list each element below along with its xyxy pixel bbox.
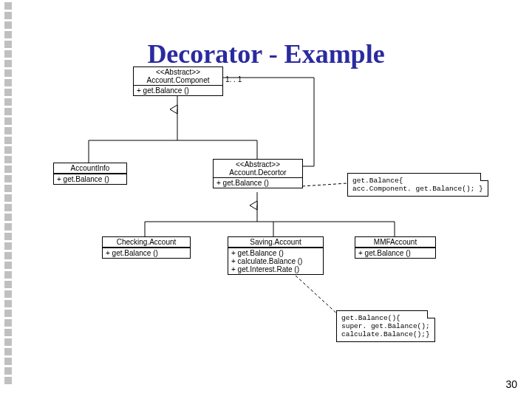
note-decorator-code: get.Balance{ acc.Component. get.Balance(… <box>347 173 488 197</box>
svg-line-14 <box>302 183 347 186</box>
class-name: MMFAccount <box>355 237 435 248</box>
op: + calculate.Balance () <box>231 257 320 265</box>
class-name: AccountInfo <box>54 163 126 174</box>
op: + get.Balance () <box>231 249 320 257</box>
class-ops: + get.Balance () <box>214 178 302 188</box>
multiplicity-label: 1. . 1 <box>225 75 242 83</box>
class-mmf-account: MMFAccount + get.Balance () <box>355 236 436 259</box>
class-name: Account.Decortor <box>216 168 299 177</box>
class-ops: + get.Balance () <box>134 86 222 95</box>
class-account-info: AccountInfo + get.Balance () <box>53 163 127 185</box>
uml-connectors <box>0 0 532 399</box>
op: + get.Interest.Rate () <box>231 265 320 273</box>
class-ops: + get.Balance () <box>355 248 435 258</box>
stereotype: <<Abstract>> <box>137 68 219 76</box>
class-account-component: <<Abstract>> Account.Componet + get.Bala… <box>133 66 223 96</box>
class-name: Saving.Account <box>228 237 323 248</box>
svg-line-15 <box>296 276 340 316</box>
class-name: Account.Componet <box>137 76 219 84</box>
class-ops: + get.Balance () <box>103 248 190 258</box>
class-ops: + get.Balance () <box>54 174 126 184</box>
class-account-decorator: <<Abstract>> Account.Decortor + get.Bala… <box>213 159 303 188</box>
class-checking-account: Checking.Account + get.Balance () <box>102 236 191 259</box>
note-saving-code: get.Balance(){ super. get.Balance(); cal… <box>336 310 435 342</box>
class-name: Checking.Account <box>103 237 190 248</box>
class-saving-account: Saving.Account + get.Balance () + calcul… <box>228 236 324 275</box>
stereotype: <<Abstract>> <box>216 160 299 168</box>
